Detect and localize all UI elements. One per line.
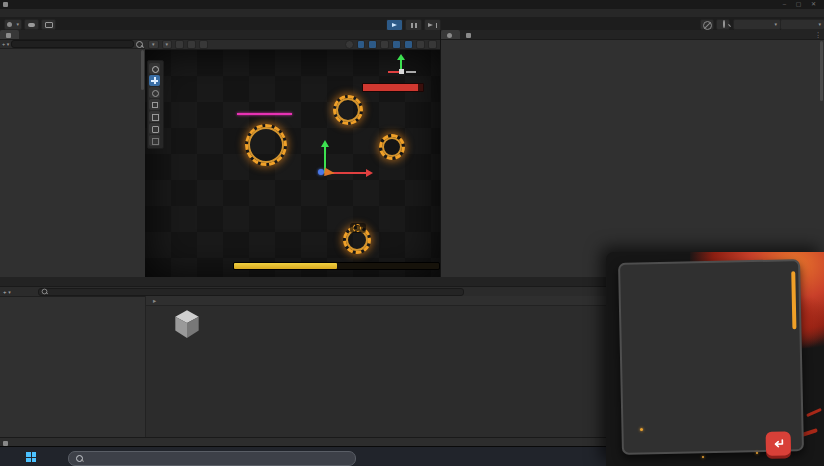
scene-toolbar: ▾ ▾ xyxy=(145,40,440,50)
pause-icon xyxy=(411,23,413,28)
upgrade-panel xyxy=(618,259,804,455)
shading-mode-icon[interactable] xyxy=(345,40,354,49)
account-button[interactable]: ▾ xyxy=(4,19,22,30)
xp-bar xyxy=(233,262,440,270)
create-asset-button[interactable]: + ▾ xyxy=(3,289,11,295)
hierarchy-tabstrip xyxy=(0,30,145,40)
game-capture-overlay xyxy=(606,252,824,466)
wave-progress-bar xyxy=(237,113,292,115)
start-button[interactable] xyxy=(26,452,36,462)
hierarchy-filter-icon[interactable] xyxy=(136,41,143,48)
play-icon xyxy=(392,23,397,27)
enter-arrow-icon xyxy=(772,437,785,450)
window-titlebar: – ▢ ✕ xyxy=(0,0,824,9)
avatar xyxy=(7,22,12,27)
upgrade-scrollbar[interactable] xyxy=(791,271,796,329)
scene-canvas[interactable] xyxy=(145,50,440,279)
gizmo-x-axis xyxy=(388,71,399,73)
xp-fill xyxy=(234,263,337,269)
main-toolbar: ▾ ▾ ▾ xyxy=(0,17,824,31)
hand-tool[interactable] xyxy=(149,63,160,74)
asset-item-game[interactable] xyxy=(164,306,210,345)
gizmos-dropdown-icon[interactable] xyxy=(428,40,437,49)
cloud-button[interactable] xyxy=(24,19,39,30)
inspector-body xyxy=(441,39,817,277)
inspector-panel: ⋮ xyxy=(441,30,824,277)
search-button[interactable] xyxy=(716,19,730,30)
tab-project-settings[interactable] xyxy=(460,30,479,39)
spark xyxy=(702,456,704,458)
project-settings-tab-icon xyxy=(466,33,471,38)
rotate-tool[interactable] xyxy=(149,87,160,98)
transform-tool[interactable] xyxy=(149,123,160,134)
global-dropdown[interactable]: ▾ xyxy=(162,40,173,49)
gizmo-center xyxy=(399,69,404,74)
align-icon[interactable] xyxy=(199,40,208,49)
snap-increment-icon[interactable] xyxy=(187,40,196,49)
move-tool[interactable] xyxy=(149,75,160,86)
hierarchy-search-row: + ▾ xyxy=(0,40,145,49)
project-search-input[interactable] xyxy=(38,288,464,296)
unity-app-icon xyxy=(3,2,8,7)
search-icon xyxy=(723,20,725,28)
console-message-icon xyxy=(3,441,8,446)
ammo-gear-icon xyxy=(353,224,361,232)
scene-panel: ▾ ▾ xyxy=(145,30,441,277)
camera-settings-icon[interactable] xyxy=(416,40,425,49)
inspector-tab-icon xyxy=(447,33,452,38)
tab-inspector[interactable] xyxy=(441,30,460,39)
window-controls[interactable]: – ▢ ✕ xyxy=(783,0,820,9)
project-folder-tree xyxy=(0,296,146,437)
sawblade-sprite xyxy=(379,134,405,160)
scene-tools xyxy=(147,60,164,149)
move-x-axis xyxy=(329,172,367,174)
effects-toggle-icon[interactable] xyxy=(392,40,401,49)
confirm-button[interactable] xyxy=(766,431,791,456)
hierarchy-scrollbar[interactable] xyxy=(141,50,144,90)
custom-tool[interactable] xyxy=(149,135,160,146)
sawblade-sprite xyxy=(333,95,363,125)
step-bar-icon xyxy=(436,23,438,28)
taskbar-search[interactable] xyxy=(68,451,356,466)
scale-tool[interactable] xyxy=(149,99,160,110)
cloud-icon xyxy=(28,23,35,27)
audio-toggle-icon[interactable] xyxy=(380,40,389,49)
gizmo-y-cone xyxy=(397,54,405,60)
hierarchy-search-input[interactable] xyxy=(11,40,134,48)
layout-dropdown[interactable]: ▾ xyxy=(780,19,824,30)
scene-tabstrip xyxy=(145,30,440,40)
menubar xyxy=(0,9,824,17)
step-icon xyxy=(428,23,433,27)
unity-scene-icon xyxy=(170,306,204,340)
layers-dropdown[interactable]: ▾ xyxy=(733,19,781,30)
enemy-health-bar xyxy=(362,83,424,92)
ammo-counter xyxy=(350,223,366,233)
pivot-dropdown[interactable]: ▾ xyxy=(148,40,159,49)
visibility-toggle-icon[interactable] xyxy=(404,40,413,49)
move-y-arrowhead xyxy=(321,140,329,147)
move-x-arrowhead xyxy=(366,169,373,177)
add-object-button[interactable]: + ▾ xyxy=(2,41,9,47)
taskbar-search-icon xyxy=(76,455,83,462)
hierarchy-tab-icon xyxy=(6,33,11,38)
hierarchy-panel: + ▾ xyxy=(0,30,146,277)
spark xyxy=(756,452,758,454)
rect-tool[interactable] xyxy=(149,111,160,122)
desktop: – ▢ ✕ ▾ ▾ ▾ + ▾ ▾ ▾ xyxy=(0,0,824,466)
spark xyxy=(640,428,643,431)
inspector-scrollbar[interactable] xyxy=(820,41,823,101)
gizmo-z-axis xyxy=(406,71,416,73)
slash-circle-icon xyxy=(703,21,712,30)
grid-snap-icon[interactable] xyxy=(175,40,184,49)
inspector-menu-icon[interactable]: ⋮ xyxy=(815,30,824,39)
mode-2d-button[interactable] xyxy=(357,40,365,49)
player-xp-orb xyxy=(318,169,324,175)
sawblade-sprite xyxy=(245,124,287,166)
lava-streak xyxy=(806,408,822,417)
lighting-toggle-icon[interactable] xyxy=(368,40,377,49)
health-fill xyxy=(363,84,418,91)
version-control-button[interactable] xyxy=(41,19,56,30)
tab-hierarchy[interactable] xyxy=(0,30,19,39)
services-button[interactable] xyxy=(700,19,714,30)
